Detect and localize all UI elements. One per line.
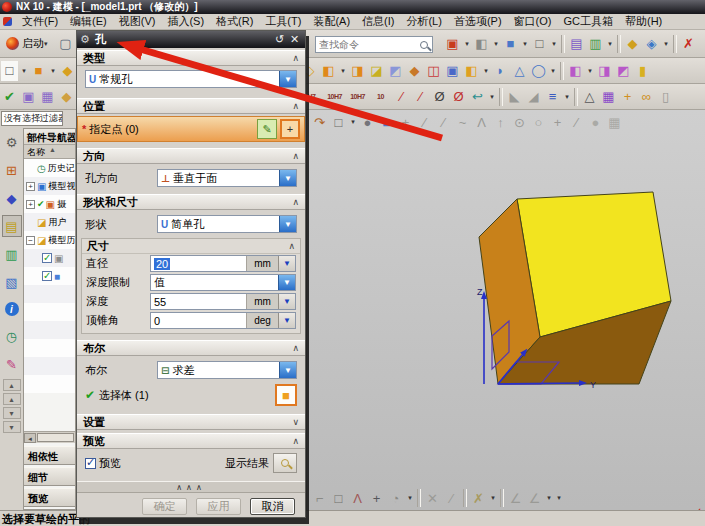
- specify-point-row[interactable]: * 指定点 (0) ✎ +: [77, 116, 305, 142]
- grid-icon[interactable]: ▦: [606, 112, 623, 132]
- dimension-dropdown[interactable]: ▾: [545, 488, 553, 508]
- hole-type-dropdown[interactable]: U 常规孔 ▼: [85, 70, 297, 88]
- y-axis-arrow[interactable]: [498, 383, 580, 384]
- dropdown-arrow-icon[interactable]: ▼: [279, 71, 296, 87]
- separator: [417, 489, 421, 507]
- ball2-icon[interactable]: ●: [587, 112, 604, 132]
- collapse-arrow-icon[interactable]: ∧: [288, 241, 295, 251]
- dialog-reset-icon[interactable]: ↺: [272, 33, 287, 46]
- boolean-dropdown[interactable]: ⊟ 求差 ▼: [157, 361, 297, 379]
- more-dropdown[interactable]: ▾: [555, 488, 563, 508]
- section-label: 类型: [83, 51, 105, 66]
- extend-icon[interactable]: ∕: [443, 488, 460, 508]
- dropdown-arrow-icon[interactable]: ▼: [279, 170, 296, 186]
- dropdown-arrow-icon[interactable]: ▼: [279, 216, 296, 232]
- fillet-icon[interactable]: ⌐: [311, 488, 328, 508]
- collapse-arrow-icon[interactable]: ∧: [292, 53, 299, 63]
- hole-dialog-titlebar[interactable]: ⚙ 孔 ↺ ✕: [77, 31, 305, 48]
- size-subsection[interactable]: 尺寸 ∧: [82, 239, 300, 254]
- select-body-button[interactable]: ■: [275, 384, 297, 406]
- circle-point-icon[interactable]: ⊙: [511, 112, 528, 132]
- section-direction[interactable]: 方向 ∧: [77, 148, 305, 164]
- trim-icon[interactable]: ✕: [424, 488, 441, 508]
- size-label: 尺寸: [87, 239, 109, 254]
- iso-cube-icon[interactable]: ■: [378, 112, 395, 132]
- line1-icon[interactable]: ∕: [416, 112, 433, 132]
- size-group: 尺寸 ∧ 直径 20 mm ▼ 深度限制 值 ▼ 深度: [81, 238, 301, 334]
- spin-arrow-icon[interactable]: ▼: [278, 256, 295, 271]
- spline-icon[interactable]: ~: [454, 112, 471, 132]
- select-rect-icon[interactable]: □: [330, 112, 347, 132]
- dropdown-arrow-icon[interactable]: ▼: [279, 362, 296, 378]
- specify-point-label: 指定点 (0): [89, 122, 139, 137]
- expand-arrow-icon[interactable]: ∨: [292, 417, 299, 427]
- move-handles-icon[interactable]: +: [397, 112, 414, 132]
- profile-icon[interactable]: Λ: [349, 488, 366, 508]
- dialog-close-icon[interactable]: ✕: [287, 33, 302, 46]
- point-dialog-button[interactable]: +: [280, 119, 300, 139]
- ok-button[interactable]: 确定: [142, 498, 187, 515]
- tip-angle-label: 顶锥角: [86, 313, 150, 328]
- solid-block[interactable]: [479, 192, 671, 384]
- apply-button[interactable]: 应用: [196, 498, 241, 515]
- check-icon: ✔: [85, 388, 95, 402]
- cancel-button[interactable]: 取消: [250, 498, 295, 515]
- plus-icon[interactable]: +: [549, 112, 566, 132]
- arc-icon[interactable]: ◔: [387, 488, 404, 508]
- general-hole-icon: U: [89, 74, 96, 85]
- depth-input[interactable]: 55: [151, 294, 246, 309]
- body-cube-icon: ■: [282, 388, 290, 403]
- collapse-arrow-icon[interactable]: ∧: [292, 101, 299, 111]
- collapse-arrow-icon[interactable]: ∧: [292, 151, 299, 161]
- diameter-row: 直径 20 mm ▼: [82, 254, 300, 273]
- rectangle-icon[interactable]: □: [330, 488, 347, 508]
- shape-dropdown[interactable]: U 简单孔 ▼: [157, 215, 297, 233]
- diameter-input[interactable]: 20: [151, 256, 246, 271]
- section-boolean[interactable]: 布尔 ∧: [77, 340, 305, 356]
- shaded-ball-icon[interactable]: ●: [359, 112, 376, 132]
- dialog-collapse-handle[interactable]: ∧∧∧: [77, 481, 305, 493]
- section-preview[interactable]: 预览 ∧: [77, 433, 305, 449]
- collapse-arrow-icon[interactable]: ∧: [292, 436, 299, 446]
- line2-icon[interactable]: ∕: [435, 112, 452, 132]
- dropdown-arrow-icon[interactable]: ▼: [278, 275, 295, 290]
- dimension-icon[interactable]: ∠: [526, 488, 543, 508]
- quick-trim-dropdown[interactable]: ▾: [489, 488, 497, 508]
- select-dropdown[interactable]: ▾: [349, 112, 357, 132]
- section-type[interactable]: 类型 ∧: [77, 50, 305, 66]
- sketch-section-button[interactable]: ✎: [257, 119, 277, 139]
- polyline-icon[interactable]: Λ: [473, 112, 490, 132]
- section-position[interactable]: 位置 ∧: [77, 98, 305, 114]
- hole-dialog: ⚙ 孔 ↺ ✕ 类型 ∧ U 常规孔 ▼ 位置 ∧ * 指定点 (0) ✎ +: [76, 30, 306, 518]
- hole-direction-dropdown[interactable]: ⊥ 垂直于面 ▼: [157, 169, 297, 187]
- section-settings[interactable]: 设置 ∨: [77, 414, 305, 430]
- section-label: 布尔: [83, 341, 105, 356]
- collapse-arrow-icon[interactable]: ∧: [292, 197, 299, 207]
- point-icon[interactable]: +: [368, 488, 385, 508]
- spin-arrow-icon[interactable]: ▼: [278, 294, 295, 309]
- circle-icon[interactable]: ○: [530, 112, 547, 132]
- diameter-value: 20: [154, 258, 170, 270]
- view-curve-icon[interactable]: ↷: [311, 112, 328, 132]
- diameter-unit[interactable]: mm: [246, 256, 278, 271]
- show-result-button[interactable]: [273, 453, 297, 473]
- sketch-tools-toolbar: ⌐□Λ+◔▾✕∕✗▾∠∠▾▾: [306, 486, 686, 510]
- dialog-settings-icon[interactable]: ⚙: [80, 33, 90, 46]
- line3-icon[interactable]: ∕: [568, 112, 585, 132]
- separator: [500, 489, 504, 507]
- preview-row: 预览 显示结果: [77, 449, 305, 477]
- depth-limit-dropdown[interactable]: 值: [151, 275, 278, 290]
- select-body-row[interactable]: ✔ 选择体 (1) ■: [77, 382, 305, 408]
- depth-unit[interactable]: mm: [246, 294, 278, 309]
- quick-trim-icon[interactable]: ✗: [470, 488, 487, 508]
- preview-checkbox[interactable]: [85, 458, 96, 469]
- spin-arrow-icon[interactable]: ▼: [278, 313, 295, 328]
- constraint-icon[interactable]: ∠: [507, 488, 524, 508]
- arc-dropdown[interactable]: ▾: [406, 488, 414, 508]
- arrow-up-icon[interactable]: ↑: [492, 112, 509, 132]
- hole-type-value: 常规孔: [99, 72, 279, 87]
- tip-angle-unit[interactable]: deg: [246, 313, 278, 328]
- collapse-arrow-icon[interactable]: ∧: [292, 343, 299, 353]
- section-shape-size[interactable]: 形状和尺寸 ∧: [77, 194, 305, 210]
- tip-angle-input[interactable]: 0: [151, 313, 246, 328]
